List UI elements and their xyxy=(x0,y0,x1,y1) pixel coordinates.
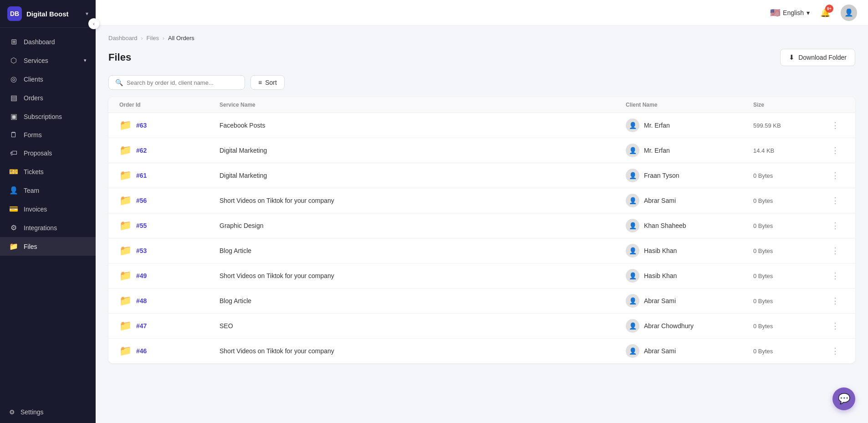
table-row: 📁 #48 Blog Article 👤 Abrar Sami 0 Bytes … xyxy=(108,289,855,314)
language-selector[interactable]: 🇺🇸 English ▾ xyxy=(770,8,810,18)
size-cell: 0 Bytes xyxy=(753,348,826,355)
order-id: #61 xyxy=(136,172,147,179)
size-cell: 14.4 KB xyxy=(753,147,826,154)
folder-icon: 📁 xyxy=(119,195,132,206)
sidebar-item-services[interactable]: ⬡ Services ▾ xyxy=(0,51,96,70)
folder-icon: 📁 xyxy=(119,345,132,357)
row-more-button[interactable]: ⋮ xyxy=(826,145,844,155)
search-input[interactable] xyxy=(127,79,238,86)
row-more-button[interactable]: ⋮ xyxy=(826,170,844,181)
folder-icon: 📁 xyxy=(119,320,132,332)
row-more-button[interactable]: ⋮ xyxy=(826,271,844,281)
services-icon: ⬡ xyxy=(9,56,18,65)
sidebar-footer: ⚙ Settings xyxy=(0,401,96,423)
sidebar-item-files[interactable]: 📁 Files xyxy=(0,237,96,256)
dashboard-icon: ⊞ xyxy=(9,37,18,46)
size-cell: 599.59 KB xyxy=(753,122,826,129)
client-avatar: 👤 xyxy=(626,244,639,258)
chat-button[interactable]: 💬 xyxy=(832,387,855,410)
client-avatar: 👤 xyxy=(626,194,639,207)
order-id: #49 xyxy=(136,272,147,279)
clients-icon: ◎ xyxy=(9,75,18,83)
sort-button[interactable]: ≡ Sort xyxy=(250,75,285,90)
user-avatar[interactable]: 👤 xyxy=(841,5,857,21)
client-cell: 👤 Abrar Sami xyxy=(626,344,753,358)
sidebar-item-dashboard[interactable]: ⊞ Dashboard xyxy=(0,32,96,51)
sidebar-item-team[interactable]: 👤 Team xyxy=(0,181,96,200)
sidebar-item-clients[interactable]: ◎ Clients xyxy=(0,70,96,88)
folder-icon: 📁 xyxy=(119,119,132,131)
order-cell: 📁 #47 xyxy=(119,320,220,332)
tickets-icon: 🎫 xyxy=(9,167,18,176)
row-more-button[interactable]: ⋮ xyxy=(826,196,844,206)
sidebar-item-proposals[interactable]: 🏷 Proposals xyxy=(0,144,96,162)
sidebar-item-label: Invoices xyxy=(24,206,47,213)
service-cell: Short Videos on Tiktok for your company xyxy=(220,197,626,204)
settings-label: Settings xyxy=(20,408,44,416)
service-cell: Graphic Design xyxy=(220,222,626,229)
service-cell: Facebook Posts xyxy=(220,122,626,129)
sidebar-item-label: Dashboard xyxy=(24,38,55,46)
order-cell: 📁 #53 xyxy=(119,245,220,257)
collapse-icon: ‹ xyxy=(93,21,95,26)
folder-icon: 📁 xyxy=(119,245,132,257)
order-cell: 📁 #61 xyxy=(119,170,220,181)
notification-button[interactable]: 🔔 9+ xyxy=(817,5,833,21)
table-row: 📁 #53 Blog Article 👤 Hasib Khan 0 Bytes … xyxy=(108,238,855,263)
files-icon: 📁 xyxy=(9,242,18,251)
service-cell: Blog Article xyxy=(220,247,626,254)
sidebar-nav: ⊞ Dashboard ⬡ Services ▾ ◎ Clients ▤ Ord… xyxy=(0,28,96,401)
client-name: Fraan Tyson xyxy=(644,172,679,179)
order-cell: 📁 #48 xyxy=(119,295,220,307)
row-more-button[interactable]: ⋮ xyxy=(826,346,844,356)
sidebar-item-tickets[interactable]: 🎫 Tickets xyxy=(0,162,96,181)
row-more-button[interactable]: ⋮ xyxy=(826,321,844,331)
sort-label: Sort xyxy=(265,79,277,86)
folder-icon: 📁 xyxy=(119,144,132,156)
sidebar-item-integrations[interactable]: ⚙ Integrations xyxy=(0,218,96,237)
col-client-name: Client Name xyxy=(626,102,753,108)
sidebar-item-label: Subscriptions xyxy=(24,113,62,120)
sidebar-item-subscriptions[interactable]: ▣ Subscriptions xyxy=(0,107,96,126)
topbar: 🇺🇸 English ▾ 🔔 9+ 👤 xyxy=(96,0,868,26)
proposals-icon: 🏷 xyxy=(9,149,18,157)
breadcrumb-dashboard[interactable]: Dashboard xyxy=(108,35,138,41)
sidebar-toggle-button[interactable]: ‹ xyxy=(88,18,99,29)
download-btn-label: Download Folder xyxy=(798,54,847,61)
row-more-button[interactable]: ⋮ xyxy=(826,246,844,256)
sidebar-item-invoices[interactable]: 💳 Invoices xyxy=(0,200,96,218)
download-folder-button[interactable]: ⬇ Download Folder xyxy=(780,49,855,66)
row-more-button[interactable]: ⋮ xyxy=(826,120,844,130)
size-cell: 0 Bytes xyxy=(753,248,826,254)
flag-icon: 🇺🇸 xyxy=(770,8,780,18)
table-row: 📁 #49 Short Videos on Tiktok for your co… xyxy=(108,263,855,289)
service-cell: Blog Article xyxy=(220,297,626,304)
forms-icon: 🗒 xyxy=(9,131,18,139)
size-cell: 0 Bytes xyxy=(753,273,826,279)
sidebar-app-chevron: ▾ xyxy=(86,10,88,17)
breadcrumb-files[interactable]: Files xyxy=(147,35,159,41)
order-id: #46 xyxy=(136,347,147,355)
search-box[interactable]: 🔍 xyxy=(108,75,245,90)
client-name: Hasib Khan xyxy=(644,247,677,254)
table-row: 📁 #56 Short Videos on Tiktok for your co… xyxy=(108,188,855,213)
sidebar-item-forms[interactable]: 🗒 Forms xyxy=(0,126,96,144)
size-cell: 0 Bytes xyxy=(753,298,826,304)
page-header: Files ⬇ Download Folder xyxy=(108,49,855,66)
sidebar-item-label: Services xyxy=(24,57,48,64)
row-more-button[interactable]: ⋮ xyxy=(826,221,844,231)
col-order-id: Order Id xyxy=(119,102,220,108)
order-cell: 📁 #49 xyxy=(119,270,220,282)
row-more-button[interactable]: ⋮ xyxy=(826,296,844,306)
client-cell: 👤 Khan Shaheeb xyxy=(626,219,753,232)
client-avatar: 👤 xyxy=(626,319,639,333)
col-service-name: Service Name xyxy=(220,102,626,108)
table-row: 📁 #61 Digital Marketing 👤 Fraan Tyson 0 … xyxy=(108,163,855,188)
sidebar-header[interactable]: DB Digital Boost ▾ xyxy=(0,0,96,28)
sidebar-item-settings[interactable]: ⚙ Settings xyxy=(9,408,87,416)
sidebar-item-orders[interactable]: ▤ Orders xyxy=(0,88,96,107)
col-size: Size xyxy=(753,102,826,108)
table-row: 📁 #46 Short Videos on Tiktok for your co… xyxy=(108,339,855,363)
table-row: 📁 #63 Facebook Posts 👤 Mr. Erfan 599.59 … xyxy=(108,113,855,138)
service-cell: Short Videos on Tiktok for your company xyxy=(220,347,626,355)
